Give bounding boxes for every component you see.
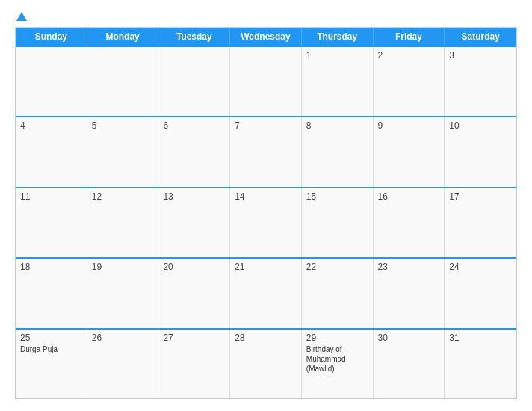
day-number: 9: [378, 120, 440, 131]
cal-cell: 24: [445, 259, 516, 327]
cal-cell: [16, 47, 87, 116]
day-number: 30: [378, 333, 440, 343]
day-number: 29: [306, 333, 368, 343]
calendar-grid: Sunday Monday Tuesday Wednesday Thursday…: [15, 27, 517, 399]
col-tuesday: Tuesday: [158, 28, 230, 46]
calendar-week-1: 123: [16, 46, 516, 116]
calendar-week-4: 18192021222324: [16, 257, 516, 327]
day-number: 26: [92, 333, 154, 343]
cal-cell: 18: [16, 259, 87, 327]
cal-cell: 15: [302, 188, 374, 257]
cal-cell: [87, 47, 159, 116]
cal-cell: 9: [374, 117, 445, 186]
col-wednesday: Wednesday: [230, 28, 302, 46]
calendar-body: 1234567891011121314151617181920212223242…: [16, 46, 516, 398]
cal-cell: 21: [230, 259, 302, 327]
day-number: 1: [306, 50, 368, 61]
day-number: 6: [163, 120, 225, 131]
day-number: 16: [378, 191, 440, 202]
day-number: 28: [235, 333, 297, 343]
cal-cell: 27: [158, 330, 230, 398]
cal-cell: 19: [87, 259, 159, 327]
cal-cell: 16: [374, 188, 445, 257]
cal-cell: 28: [230, 330, 302, 398]
day-number: 7: [235, 120, 297, 131]
col-saturday: Saturday: [445, 28, 516, 46]
cal-cell: [158, 47, 230, 116]
cal-cell: 3: [445, 47, 516, 116]
cal-cell: 26: [87, 330, 159, 398]
day-number: 23: [378, 262, 440, 272]
cal-cell: 4: [16, 117, 87, 186]
col-friday: Friday: [374, 28, 445, 46]
col-thursday: Thursday: [302, 28, 374, 46]
logo: [15, 12, 27, 21]
day-number: 3: [449, 50, 512, 61]
cal-cell: 17: [445, 188, 516, 257]
cal-cell: 31: [445, 330, 516, 398]
day-number: 15: [306, 191, 368, 202]
day-number: 18: [20, 262, 82, 272]
event-text: Durga Puja: [20, 344, 82, 354]
logo-triangle-icon: [16, 12, 27, 21]
cal-cell: 7: [230, 117, 302, 186]
day-number: 11: [20, 191, 82, 202]
calendar-week-2: 45678910: [16, 116, 516, 186]
col-sunday: Sunday: [16, 28, 87, 46]
day-number: 24: [449, 262, 512, 272]
cal-cell: 1: [302, 47, 374, 116]
day-number: 4: [20, 120, 82, 131]
cal-cell: 8: [302, 117, 374, 186]
day-number: 20: [163, 262, 225, 272]
calendar-week-3: 11121314151617: [16, 187, 516, 257]
day-number: 13: [163, 191, 225, 202]
cal-cell: 23: [374, 259, 445, 327]
event-text: Birthday of Muhammad (Mawlid): [306, 344, 368, 374]
cal-cell: 5: [87, 117, 159, 186]
day-number: 5: [92, 120, 154, 131]
day-number: 12: [92, 191, 154, 202]
col-monday: Monday: [87, 28, 159, 46]
day-number: 2: [378, 50, 440, 61]
cal-cell: 30: [374, 330, 445, 398]
cal-cell: 13: [158, 188, 230, 257]
calendar-header: Sunday Monday Tuesday Wednesday Thursday…: [16, 28, 516, 46]
day-number: 31: [449, 333, 512, 343]
cal-cell: 2: [374, 47, 445, 116]
day-number: 17: [449, 191, 512, 202]
cal-cell: 11: [16, 188, 87, 257]
cal-cell: 10: [445, 117, 516, 186]
cal-cell: 25Durga Puja: [16, 330, 87, 398]
day-number: 21: [235, 262, 297, 272]
header: [15, 12, 517, 21]
day-number: 14: [235, 191, 297, 202]
calendar-week-5: 25Durga Puja26272829Birthday of Muhammad…: [16, 328, 516, 398]
day-number: 27: [163, 333, 225, 343]
cal-cell: [230, 47, 302, 116]
day-number: 19: [92, 262, 154, 272]
cal-cell: 6: [158, 117, 230, 186]
cal-cell: 12: [87, 188, 159, 257]
cal-cell: 14: [230, 188, 302, 257]
day-number: 22: [306, 262, 368, 272]
cal-cell: 29Birthday of Muhammad (Mawlid): [302, 330, 374, 398]
cal-cell: 20: [158, 259, 230, 327]
day-number: 10: [449, 120, 512, 131]
day-number: 25: [20, 333, 82, 343]
calendar-page: Sunday Monday Tuesday Wednesday Thursday…: [0, 0, 532, 411]
cal-cell: 22: [302, 259, 374, 327]
day-number: 8: [306, 120, 368, 131]
